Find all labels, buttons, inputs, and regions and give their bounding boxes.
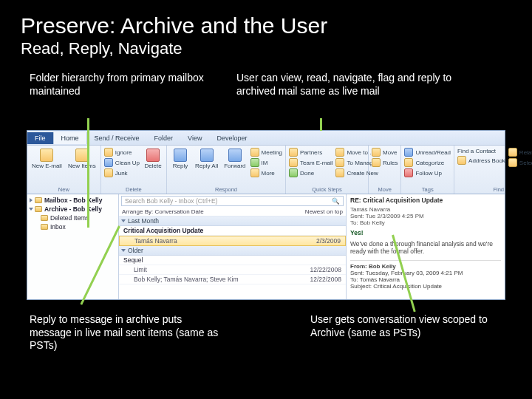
tab-home[interactable]: Home [53, 132, 87, 144]
rules-button[interactable]: Rules [372, 158, 398, 167]
group-new: New E-mail New Items New [27, 146, 101, 194]
qs-team[interactable]: Team E-mail [289, 158, 332, 167]
tab-send-receive[interactable]: Send / Receive [87, 132, 147, 144]
select-icon [508, 158, 517, 167]
im-button[interactable]: IM [250, 158, 282, 167]
group-delete-label: Delete [104, 185, 163, 193]
folder-icon [289, 158, 298, 167]
tab-folder[interactable]: Folder [147, 132, 181, 144]
message-list: Search Bob Kelly - Inbox (Ctrl+E)🔍 Arran… [119, 194, 347, 299]
more-icon [250, 168, 259, 177]
plus-icon [335, 168, 344, 177]
folder-icon [41, 215, 48, 221]
tab-view[interactable]: View [180, 132, 209, 144]
quoted-from: From: Bob Kelly [350, 263, 501, 270]
qs-partners[interactable]: Partners [289, 148, 332, 157]
forward-icon [228, 149, 242, 162]
ribbon: New E-mail New Items New Ignore Clean Up… [27, 146, 505, 194]
select-button[interactable]: Select [508, 158, 532, 167]
reading-from: Tamás Navarra [350, 206, 501, 213]
list-item[interactable]: Bob Kelly; Tamás Navarra; Steve Kim12/22… [119, 275, 346, 284]
ribbon-tabs: File Home Send / Receive Folder View Dev… [27, 131, 505, 146]
tab-developer[interactable]: Developer [209, 132, 254, 144]
folder-icon [41, 224, 48, 230]
group-tags: Unread/Read Categorize Follow Up Tags [401, 146, 454, 194]
slide-title: Preserve: Archive and the User [21, 13, 511, 38]
delete-icon [146, 149, 160, 162]
address-book[interactable]: Address Book [457, 156, 505, 165]
group-quicksteps-label: Quick Steps [289, 185, 365, 193]
categorize-button[interactable]: Categorize [404, 158, 451, 167]
check-icon [289, 168, 298, 177]
list-item-selected[interactable]: Tamás Navarra2/3/2009 [119, 236, 346, 246]
group-find: Find a Contact Address Book Related Sele… [454, 146, 532, 194]
reply-all-icon [200, 149, 214, 162]
group-quicksteps: Partners Team E-mail Done Move to .. To … [286, 146, 369, 194]
bullet-top-left: Folder hierarchy from primary mailbox ma… [30, 72, 207, 98]
junk-button[interactable]: Junk [104, 168, 140, 177]
nav-deleted[interactable]: Deleted Items [27, 214, 118, 222]
ignore-button[interactable]: Ignore [104, 148, 140, 157]
expand-icon [29, 208, 33, 211]
cleanup-icon [104, 158, 113, 167]
followup-button[interactable]: Follow Up [404, 168, 451, 177]
reading-quoted: From: Bob Kelly Sent: Tuesday, February … [350, 260, 501, 290]
forward-icon [335, 158, 344, 167]
expand-icon [121, 249, 126, 252]
book-icon [457, 156, 466, 165]
arrange-by[interactable]: Arrange By: Conversation DateNewest on t… [119, 208, 346, 216]
delete-button[interactable]: Delete [143, 148, 163, 177]
archive-icon [35, 206, 42, 212]
related-button[interactable]: Related [508, 148, 532, 157]
nav-mailbox[interactable]: Mailbox - Bob Kelly [27, 196, 118, 205]
mailbox-icon [35, 197, 42, 203]
reply-button[interactable]: Reply [170, 148, 191, 177]
search-input[interactable]: Search Bob Kelly - Inbox (Ctrl+E)🔍 [121, 196, 344, 206]
group-move: Move Rules Move [369, 146, 401, 194]
reading-to: To: Bob Kelly [350, 219, 501, 226]
mail-icon [40, 149, 53, 162]
callout-line [87, 118, 89, 228]
group-tags-label: Tags [404, 185, 451, 193]
tab-file[interactable]: File [27, 132, 53, 144]
qs-done[interactable]: Done [289, 168, 332, 177]
group-delete: Ignore Clean Up Junk Delete Delete [101, 146, 167, 194]
unread-button[interactable]: Unread/Read [404, 148, 451, 157]
bullet-bottom-right: User gets conversation view scoped to Ar… [310, 313, 502, 352]
new-items-button[interactable]: New Items [66, 148, 98, 170]
reading-subject: RE: Critical Acquisition Update [350, 197, 501, 204]
move-button[interactable]: Move [372, 148, 398, 157]
cleanup-button[interactable]: Clean Up [104, 158, 140, 167]
list-item[interactable]: Limit12/22/2008 [119, 265, 346, 275]
forward-button[interactable]: Forward [222, 148, 247, 177]
callout-line [320, 118, 322, 131]
group-respond: Reply Reply All Forward Meeting IM More … [167, 146, 286, 194]
related-icon [508, 148, 517, 157]
reading-sent: Sent: Tue 2/3/2009 4:25 PM [350, 213, 501, 219]
nav-archive[interactable]: Archive - Bob Kelly [27, 205, 118, 214]
reply-all-button[interactable]: Reply All [194, 148, 219, 177]
reading-body: We've done a thorough financial analysis… [350, 240, 501, 256]
bullet-top-right: User can view, read, navigate, flag and … [236, 72, 466, 98]
im-icon [250, 158, 259, 167]
group-find-label: Find [457, 185, 532, 193]
bullet-bottom-left: Reply to message in archive puts message… [30, 313, 222, 352]
group-last-month[interactable]: Last Month [119, 216, 346, 226]
search-icon: 🔍 [332, 197, 340, 205]
more-button[interactable]: More [250, 168, 282, 177]
list-item[interactable]: Critical Acquisition Update [119, 226, 346, 236]
list-item[interactable]: Sequel [119, 256, 346, 265]
group-older[interactable]: Older [119, 246, 346, 256]
reading-body-word: Yes! [350, 229, 501, 237]
slide-subtitle: Read, Reply, Navigate [21, 39, 511, 58]
folder-icon [289, 148, 298, 157]
nav-inbox[interactable]: Inbox [27, 222, 118, 231]
meeting-button[interactable]: Meeting [250, 148, 282, 157]
unread-icon [404, 148, 413, 157]
categorize-icon [404, 158, 413, 167]
flag-icon [404, 168, 413, 177]
find-contact[interactable]: Find a Contact [457, 148, 505, 154]
outlook-screenshot: File Home Send / Receive Folder View Dev… [27, 130, 505, 300]
new-email-button[interactable]: New E-mail [30, 148, 64, 170]
group-respond-label: Respond [170, 185, 282, 193]
